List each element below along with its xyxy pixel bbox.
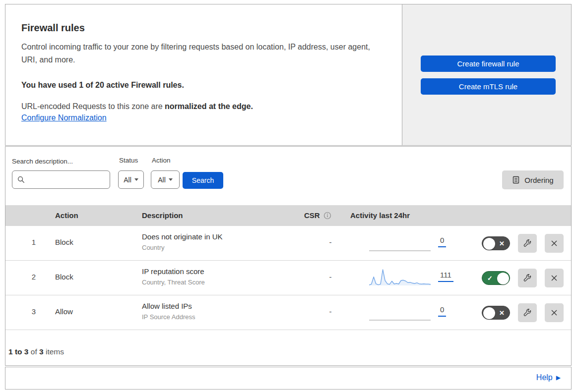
toggle-knob xyxy=(497,273,509,284)
toggle-knob xyxy=(483,238,495,250)
normalization-note-text: URL-encoded Requests to this zone are xyxy=(21,102,165,111)
actions-panel: Create firewall rule Create mTLS rule xyxy=(402,4,571,145)
column-header-activity: Activity last 24hr xyxy=(350,205,410,226)
create-mtls-rule-button[interactable]: Create mTLS rule xyxy=(421,78,556,95)
delete-rule-button[interactable] xyxy=(545,303,564,322)
status-dropdown[interactable]: All xyxy=(118,170,144,189)
firewall-overview-text: Firewall rules Control incoming traffic … xyxy=(5,4,402,145)
x-icon: ✕ xyxy=(499,237,505,251)
column-header-csr: CSR xyxy=(304,205,331,226)
rule-description-cell: Does not originate in UK Country xyxy=(142,232,223,251)
search-button[interactable]: Search xyxy=(183,172,223,189)
rule-enabled-toggle[interactable]: ✓ ✕ xyxy=(482,236,510,250)
delete-rule-button[interactable] xyxy=(545,234,564,253)
rule-priority: 3 xyxy=(28,307,40,316)
close-icon xyxy=(550,274,559,282)
firewall-overview-card: Firewall rules Control incoming traffic … xyxy=(5,4,572,146)
table-row: 1 Block Does not originate in UK Country… xyxy=(5,226,571,261)
activity-count-link[interactable]: 0 xyxy=(438,236,446,247)
firewall-rules-table-card: Search description... Status Action All … xyxy=(5,146,572,366)
wrench-icon xyxy=(523,274,532,283)
table-row: 3 Allow Allow listed IPs IP Source Addre… xyxy=(5,295,571,330)
wrench-icon xyxy=(523,239,532,248)
action-label: Action xyxy=(152,157,171,164)
rule-fields: Country xyxy=(142,244,223,251)
activity-count-link[interactable]: 0 xyxy=(438,305,446,317)
search-label: Search description... xyxy=(12,158,73,165)
create-firewall-rule-button[interactable]: Create firewall rule xyxy=(421,56,556,72)
status-dropdown-value: All xyxy=(124,176,131,184)
action-dropdown[interactable]: All xyxy=(151,170,180,189)
normalization-note: URL-encoded Requests to this zone are no… xyxy=(21,102,382,111)
check-icon: ✓ xyxy=(487,272,493,285)
status-label: Status xyxy=(119,157,138,164)
search-box[interactable] xyxy=(12,170,110,189)
rule-description: Allow listed IPs xyxy=(142,302,195,310)
rule-priority: 2 xyxy=(28,273,40,281)
csr-header-label: CSR xyxy=(304,205,320,226)
rule-csr-value: - xyxy=(325,307,335,316)
close-icon xyxy=(550,308,559,317)
rule-action: Block xyxy=(55,273,73,281)
rule-enabled-toggle[interactable]: ✓ ✕ xyxy=(482,306,510,320)
chevron-down-icon xyxy=(134,178,138,181)
search-icon xyxy=(17,176,25,183)
activity-count-cell: 0 xyxy=(438,236,446,247)
edit-rule-button[interactable] xyxy=(518,303,537,322)
configure-normalization-link[interactable]: Configure Normalization xyxy=(21,113,107,122)
help-link-label: Help xyxy=(536,373,553,382)
rule-action: Allow xyxy=(55,307,73,316)
x-icon: ✕ xyxy=(499,306,505,320)
rule-csr-value: - xyxy=(325,238,335,246)
rule-description: Does not originate in UK xyxy=(142,232,223,241)
normalization-note-bold: normalized at the edge. xyxy=(165,102,253,111)
page-description: Control incoming traffic to your zone by… xyxy=(21,41,381,66)
rule-description: IP reputation score xyxy=(142,267,205,276)
page-title: Firewall rules xyxy=(21,22,382,34)
activity-sparkline xyxy=(369,232,431,254)
search-input[interactable] xyxy=(28,175,110,184)
pagination-items: items xyxy=(44,347,64,356)
chevron-down-icon xyxy=(169,178,173,181)
info-icon[interactable] xyxy=(323,212,331,220)
delete-rule-button[interactable] xyxy=(545,269,564,287)
toggle-knob xyxy=(483,307,495,319)
list-document-icon xyxy=(512,176,520,184)
rule-enabled-toggle[interactable]: ✓ ✕ xyxy=(482,271,510,285)
usage-summary: You have used 1 of 20 active Firewall ru… xyxy=(21,81,382,90)
table-header: Action Description CSR Activity last 24h… xyxy=(5,205,571,226)
edit-rule-button[interactable] xyxy=(518,269,537,287)
pagination-of: of xyxy=(28,347,39,356)
activity-sparkline xyxy=(369,302,431,324)
table-row: 2 Block IP reputation score Country, Thr… xyxy=(5,261,571,295)
activity-count-cell: 0 xyxy=(438,305,446,317)
rule-fields: Country, Threat Score xyxy=(142,279,205,286)
rule-csr-value: - xyxy=(325,273,335,281)
help-bar: Help ▶ xyxy=(5,367,572,390)
rule-fields: IP Source Address xyxy=(142,313,195,321)
pagination-total: 3 xyxy=(39,347,44,356)
arrow-right-icon: ▶ xyxy=(556,374,561,381)
column-header-action: Action xyxy=(55,205,78,226)
rule-description-cell: IP reputation score Country, Threat Scor… xyxy=(142,267,205,286)
action-dropdown-value: All xyxy=(158,176,166,184)
rule-description-cell: Allow listed IPs IP Source Address xyxy=(142,302,195,321)
activity-count-link[interactable]: 111 xyxy=(438,271,453,282)
edit-rule-button[interactable] xyxy=(518,234,537,253)
pagination-summary: 1 to 3 of 3 items xyxy=(8,347,64,356)
rule-action: Block xyxy=(55,238,73,246)
column-header-description: Description xyxy=(142,205,183,226)
ordering-button-label: Ordering xyxy=(524,176,553,184)
rule-priority: 1 xyxy=(28,238,40,246)
help-link[interactable]: Help ▶ xyxy=(536,373,561,382)
activity-sparkline xyxy=(369,267,431,289)
close-icon xyxy=(550,239,559,248)
ordering-button[interactable]: Ordering xyxy=(502,170,564,189)
pagination-range: 1 to 3 xyxy=(8,347,28,356)
wrench-icon xyxy=(523,308,532,318)
activity-count-cell: 111 xyxy=(438,271,453,282)
